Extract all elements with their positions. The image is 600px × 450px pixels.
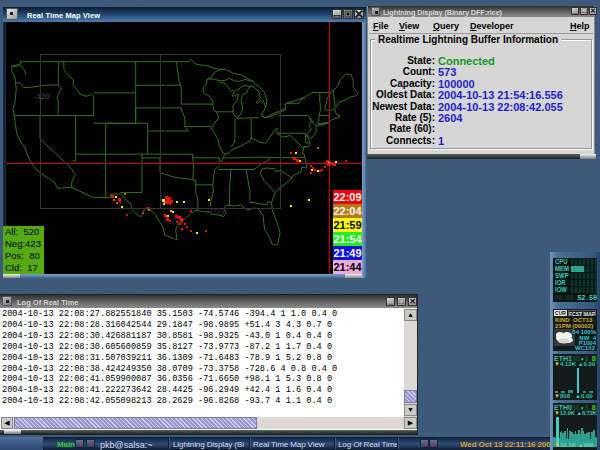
svg-text:-120: -120: [34, 92, 51, 101]
svg-text:-100: -100: [206, 207, 224, 217]
